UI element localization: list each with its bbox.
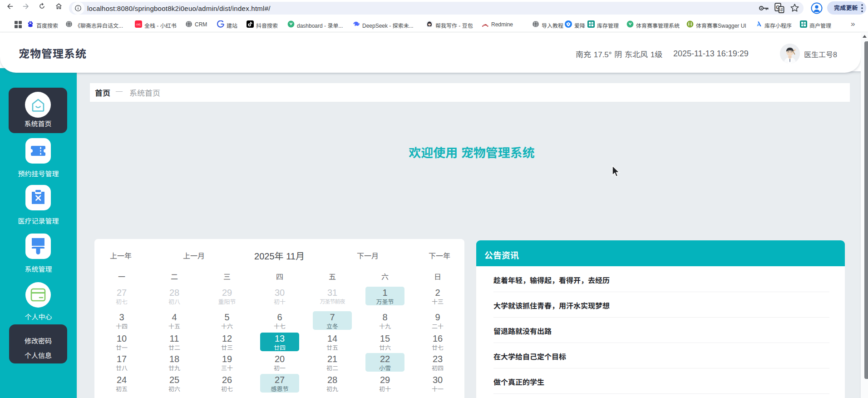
svg-text:小红: 小红 bbox=[136, 23, 141, 26]
svg-text:译: 译 bbox=[779, 6, 784, 13]
